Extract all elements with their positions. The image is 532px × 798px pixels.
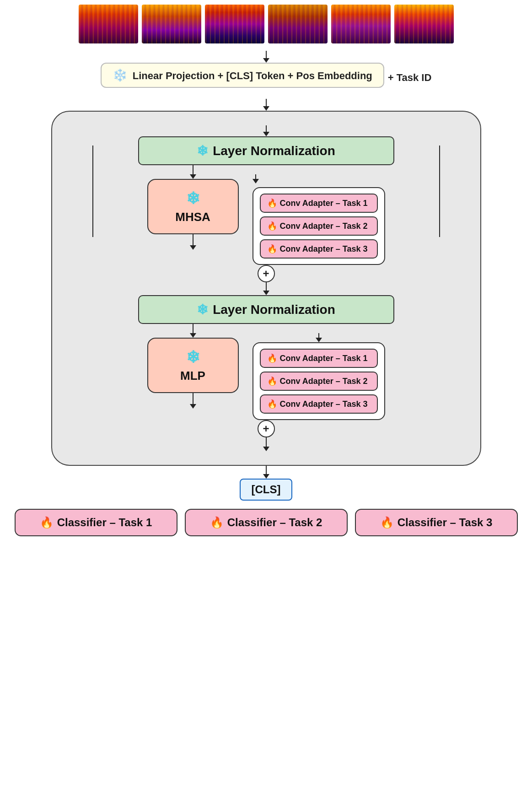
layer-norm-2-label: Layer Normalization [213,302,335,317]
layer-norm-2-box: ❄ Layer Normalization [138,295,394,324]
ln1-section: ❄ Layer Normalization ❄ MHSA [66,136,467,451]
spectrogram-5 [331,5,391,43]
mlp-col: ❄ MLP [147,324,239,409]
mlp-label: MLP [180,369,205,383]
center-col-1: ❄ Layer Normalization ❄ MHSA [93,136,439,451]
arrow-spectrograms-to-linear [263,51,269,63]
fire-icon-2-3: 🔥 [267,399,277,409]
snowflake-icon-ln1: ❄ [197,143,208,159]
conv-adapter-2-task3-label: Conv Adapter – Task 3 [280,399,368,409]
conv-adapters-1-col: 🔥 Conv Adapter – Task 1 🔥 Conv Adapter –… [253,174,385,265]
arrow-to-mhsa [190,165,196,179]
arrow-to-adapters2 [316,333,322,342]
linear-proj-label: Linear Projection + [CLS] Token + Pos Em… [133,70,372,81]
mhsa-adapters-row: ❄ MHSA [93,165,439,265]
classifier-task1: 🔥 Classifier – Task 1 [15,509,177,536]
cls-token-label: [CLS] [252,483,281,496]
mlp-box: ❄ MLP [147,338,239,393]
spectrogram-1 [79,5,138,43]
arrow-to-adapters1 [253,174,259,183]
classifier-task1-label: Classifier – Task 1 [57,516,152,529]
fire-icon-1-3: 🔥 [267,244,277,254]
mhsa-box: ❄ MHSA [147,179,239,234]
plus-circle-2: + [258,420,275,437]
plus-1-label: + [263,267,269,280]
linear-proj-box: ❄️ Linear Projection + [CLS] Token + Pos… [101,63,384,88]
conv-adapters-2-col: 🔥 Conv Adapter – Task 1 🔥 Conv Adapter –… [253,333,385,420]
fire-icon-clf3: 🔥 [380,516,394,529]
skip-line-left-1 [66,146,93,237]
classifiers-row: 🔥 Classifier – Task 1 🔥 Classifier – Tas… [15,509,518,536]
layer-norm-1-label: Layer Normalization [213,144,335,158]
spectrogram-3 [205,5,264,43]
arrow-from-main-to-cls [263,466,269,479]
conv-adapter-group-2: 🔥 Conv Adapter – Task 1 🔥 Conv Adapter –… [253,342,385,420]
conv-adapter-2-task2: 🔥 Conv Adapter – Task 2 [260,372,378,391]
ln1-to-adapters-arrow [253,174,385,183]
conv-adapter-1-task3-label: Conv Adapter – Task 3 [280,244,368,254]
arrow-to-cls [263,437,269,451]
main-transformer-container: ❄ Layer Normalization ❄ MHSA [51,111,481,466]
snowflake-icon-mlp: ❄ [186,348,200,367]
mhsa-label: MHSA [175,210,210,224]
cls-token-box: [CLS] [240,479,293,501]
conv-adapter-2-task3: 🔥 Conv Adapter – Task 3 [260,394,378,414]
fire-icon-2-2: 🔥 [267,376,277,386]
snowflake-icon-ln2: ❄ [197,302,208,318]
fire-icon-clf1: 🔥 [40,516,54,529]
fire-icon-2-1: 🔥 [267,353,277,363]
linear-proj-row: ❄️ Linear Projection + [CLS] Token + Pos… [101,63,432,92]
conv-adapter-1-task1: 🔥 Conv Adapter – Task 1 [260,194,378,213]
conv-adapter-1-task2: 🔥 Conv Adapter – Task 2 [260,216,378,236]
classifier-task2-label: Classifier – Task 2 [227,516,322,529]
conv-adapter-2-task1-label: Conv Adapter – Task 1 [280,354,368,363]
spectrogram-2 [142,5,201,43]
conv-adapter-2-task1: 🔥 Conv Adapter – Task 1 [260,349,378,368]
spectrograms-row [60,5,472,43]
classifier-task3-label: Classifier – Task 3 [398,516,493,529]
arrow-from-mlp [190,393,196,409]
snowflake-icon-mhsa: ❄ [186,189,200,208]
arrow-to-ln1 [263,125,269,136]
plus-2-label: + [263,422,269,435]
layer-norm-1-box: ❄ Layer Normalization [138,136,394,165]
arrow-from-mhsa [190,234,196,250]
conv-adapter-1-task3: 🔥 Conv Adapter – Task 3 [260,239,378,259]
arrow-linear-to-main [263,99,269,111]
task-id-label: + Task ID [388,72,432,84]
fire-icon-1-1: 🔥 [267,198,277,208]
skip-line-right-1 [439,146,467,237]
conv-adapter-group-1: 🔥 Conv Adapter – Task 1 🔥 Conv Adapter –… [253,187,385,265]
arrow-to-ln2 [263,282,269,295]
conv-adapter-1-task1-label: Conv Adapter – Task 1 [280,199,368,208]
fire-icon-clf2: 🔥 [210,516,224,529]
arrow-to-mlp [190,324,196,338]
mhsa-col: ❄ MHSA [147,165,239,250]
classifier-task3: 🔥 Classifier – Task 3 [355,509,518,536]
spectrogram-4 [268,5,328,43]
plus-circle-1: + [258,265,275,282]
mlp-adapters-row: ❄ MLP 🔥 [93,324,439,420]
classifier-task2: 🔥 Classifier – Task 2 [185,509,348,536]
conv-adapter-2-task2-label: Conv Adapter – Task 2 [280,377,368,386]
fire-icon-1-2: 🔥 [267,221,277,231]
snowflake-icon-lp: ❄️ [113,68,127,82]
spectrogram-6 [394,5,454,43]
conv-adapter-1-task2-label: Conv Adapter – Task 2 [280,221,368,231]
